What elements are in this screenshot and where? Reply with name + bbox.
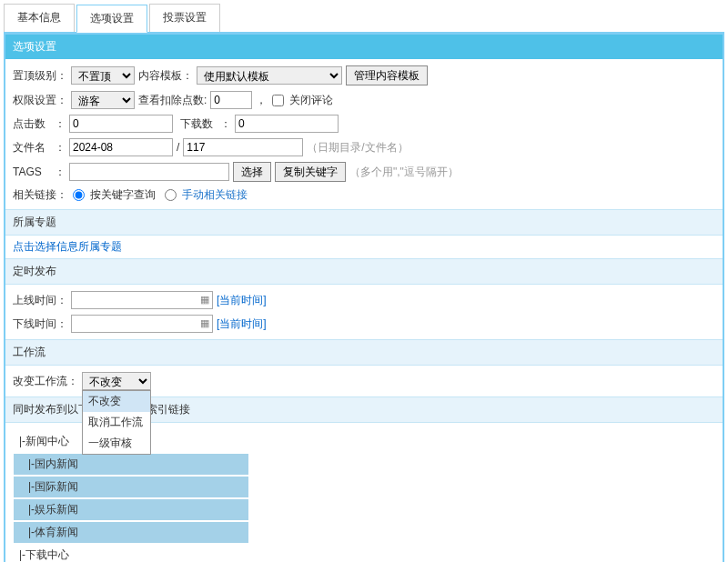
online-now-link[interactable]: [当前时间]: [217, 293, 267, 308]
clicks-label: 点击数: [13, 116, 51, 132]
tags-label: TAGS: [13, 166, 51, 178]
schedule-header: 定时发布: [5, 258, 723, 285]
sep: ：: [55, 140, 66, 156]
slash: /: [177, 141, 179, 154]
content-tpl-label: 内容模板：: [138, 68, 193, 84]
close-comment-checkbox[interactable]: [272, 95, 284, 106]
offline-time-input[interactable]: [71, 315, 213, 333]
filename-label: 文件名: [13, 140, 51, 156]
tree-child-item[interactable]: |-国内新闻: [13, 453, 249, 476]
offline-now-link[interactable]: [当前时间]: [217, 316, 267, 332]
manage-tpl-button[interactable]: 管理内容模板: [346, 65, 428, 85]
sep: ：: [55, 116, 66, 132]
sep: ：: [55, 165, 66, 180]
perm-label: 权限设置：: [13, 93, 67, 108]
downloads-label: 下载数: [180, 116, 217, 132]
content-tpl-select[interactable]: 使用默认模板: [197, 66, 342, 85]
perm-select[interactable]: 游客: [71, 91, 135, 109]
deduct-label: 查看扣除点数:: [138, 93, 207, 108]
tabs: 基本信息 选项设置 投票设置: [4, 4, 724, 33]
workflow-option[interactable]: 不改变: [83, 391, 150, 412]
calendar-icon[interactable]: ▦: [200, 317, 209, 329]
topic-header: 所属专题: [5, 209, 723, 236]
calendar-icon[interactable]: ▦: [200, 294, 209, 306]
offline-label: 下线时间：: [13, 316, 67, 332]
tab-basic[interactable]: 基本信息: [4, 4, 75, 32]
filename-file-input[interactable]: [183, 138, 303, 156]
panel-title: 选项设置: [5, 35, 723, 59]
filename-hint: （日期目录/文件名）: [307, 140, 408, 156]
workflow-header: 工作流: [5, 339, 723, 366]
tab-options[interactable]: 选项设置: [76, 5, 147, 33]
topic-select-link[interactable]: 点击选择信息所属专题: [13, 240, 122, 253]
related-label: 相关链接：: [13, 187, 67, 203]
sep: ，: [256, 93, 267, 108]
top-level-label: 置顶级别：: [13, 68, 67, 84]
clicks-input[interactable]: [69, 115, 173, 133]
tree-child-item[interactable]: |-国际新闻: [13, 476, 249, 498]
related-keyword-label: 按关键字查询: [90, 187, 156, 203]
workflow-dropdown: 不改变取消工作流一级审核: [82, 390, 151, 455]
tree-parent-item[interactable]: |-下载中心: [13, 544, 249, 562]
tags-copy-button[interactable]: 复制关键字: [275, 162, 346, 182]
tags-hint: （多个用","逗号隔开）: [349, 165, 459, 180]
workflow-label: 改变工作流：: [13, 374, 78, 389]
tags-input[interactable]: [69, 163, 229, 181]
tab-vote[interactable]: 投票设置: [149, 4, 220, 32]
deduct-input[interactable]: [210, 91, 252, 109]
top-level-select[interactable]: 不置顶: [71, 66, 135, 85]
downloads-input[interactable]: [235, 115, 339, 133]
main-panel: 选项设置 置顶级别： 不置顶 内容模板： 使用默认模板 管理内容模板 权限设置：…: [4, 33, 724, 562]
filename-dir-input[interactable]: [69, 138, 173, 156]
tree-child-item[interactable]: |-体育新闻: [13, 521, 249, 544]
related-keyword-radio[interactable]: [73, 189, 85, 201]
workflow-option[interactable]: 取消工作流: [83, 412, 150, 433]
tree-child-item[interactable]: |-娱乐新闻: [13, 498, 249, 521]
workflow-select[interactable]: 不改变: [82, 372, 151, 390]
workflow-option[interactable]: 一级审核: [83, 433, 150, 454]
related-manual-radio[interactable]: [165, 189, 177, 201]
close-comment-label: 关闭评论: [289, 93, 333, 108]
related-manual-label[interactable]: 手动相关链接: [182, 187, 248, 203]
tags-select-button[interactable]: 选择: [233, 162, 271, 182]
sep: ：: [220, 116, 231, 132]
online-time-input[interactable]: [71, 291, 213, 309]
online-label: 上线时间：: [13, 293, 67, 308]
